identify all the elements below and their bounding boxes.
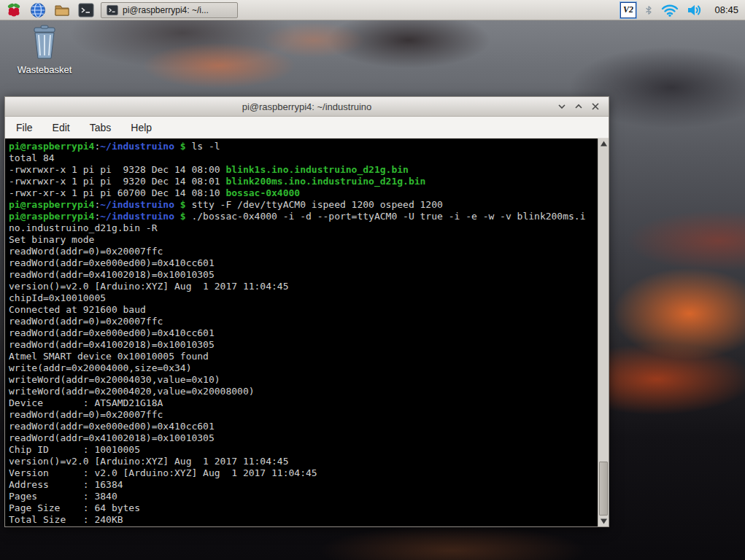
menu-file[interactable]: File: [16, 122, 33, 133]
titlebar[interactable]: pi@raspberrypi4: ~/industruino: [5, 97, 609, 117]
arrow-up-icon: [601, 141, 607, 147]
terminal-line: Set binary mode: [9, 234, 596, 246]
wastebasket-label: Wastebasket: [12, 64, 77, 75]
terminal-line: total 84: [9, 152, 596, 164]
terminal-line: write(addr=0x20004000,size=0x34): [9, 362, 596, 374]
vnc-tray-icon[interactable]: V2: [620, 2, 636, 18]
menu-help[interactable]: Help: [131, 122, 152, 133]
terminal-line: readWord(addr=0)=0x20007ffc: [9, 316, 596, 327]
system-tray: V2 08:45: [620, 2, 741, 18]
terminal-line: -rwxrwxr-x 1 pi pi 9320 Dec 14 08:01 bli…: [9, 176, 596, 187]
terminal-line: Total Size : 240KB: [9, 514, 596, 526]
scroll-up-button[interactable]: [598, 139, 609, 149]
maximize-button[interactable]: [572, 100, 585, 113]
terminal-output[interactable]: pi@raspberrypi4:~/industruino $ ls -ltot…: [5, 139, 598, 526]
bluetooth-icon[interactable]: [644, 4, 653, 17]
terminal-line: version()=v2.0 [Arduino:XYZ] Aug 1 2017 …: [9, 281, 596, 292]
terminal-line: pi@raspberrypi4:~/industruino $ ls -l: [9, 141, 596, 152]
raspberry-icon: [6, 2, 22, 18]
terminal-line: -rwxr-xr-x 1 pi pi 60700 Dec 14 08:10 bo…: [9, 187, 596, 199]
taskbar: pi@raspberrypi4: ~/i... V2 08:45: [0, 0, 745, 20]
terminal-line: Address : 16384: [9, 479, 596, 491]
scroll-down-button[interactable]: [598, 516, 609, 526]
vnc-label: V2: [623, 4, 633, 15]
terminal-window: pi@raspberrypi4: ~/industruino: [4, 96, 609, 527]
terminal-line: writeWord(addr=0x20004020,value=0x200080…: [9, 386, 596, 397]
terminal-line: readWord(addr=0)=0x20007ffc: [9, 409, 596, 421]
terminal-line: readWord(addr=0xe000ed00)=0x410cc601: [9, 257, 596, 269]
wifi-icon[interactable]: [661, 4, 679, 17]
menu-edit[interactable]: Edit: [53, 122, 70, 133]
applications-menu-button[interactable]: [4, 1, 23, 19]
window-title: pi@raspberrypi4: ~/industruino: [5, 101, 609, 112]
terminal-line: readWord(addr=0xe000ed00)=0x410cc601: [9, 327, 596, 339]
web-browser-launcher[interactable]: [28, 1, 47, 19]
desktop: Wastebasket: [0, 0, 745, 560]
terminal-line: Atmel SMART device 0x10010005 found: [9, 351, 596, 362]
terminal-line: chipId=0x10010005: [9, 292, 596, 304]
terminal-line: writeWord(addr=0x20004030,value=0x10): [9, 374, 596, 386]
task-button-terminal[interactable]: pi@raspberrypi4: ~/i...: [101, 2, 238, 18]
scrollbar-thumb[interactable]: [599, 462, 608, 516]
task-button-label: pi@raspberrypi4: ~/i...: [123, 5, 209, 15]
folder-icon: [54, 2, 70, 18]
terminal-line: readWord(addr=0xe000ed00)=0x410cc601: [9, 421, 596, 432]
terminal-line: no.industruino_d21g.bin -R: [9, 222, 596, 234]
terminal-line: pi@raspberrypi4:~/industruino $ ./bossac…: [9, 211, 596, 222]
terminal-line: Chip ID : 10010005: [9, 444, 596, 456]
volume-icon[interactable]: [687, 4, 703, 17]
terminal-icon: [107, 4, 118, 16]
scrollbar[interactable]: [598, 139, 609, 526]
terminal-line: -rwxrwxr-x 1 pi pi 9328 Dec 14 08:00 bli…: [9, 164, 596, 176]
terminal-line: Version : v2.0 [Arduino:XYZ] Aug 1 2017 …: [9, 467, 596, 479]
terminal-line: Device : ATSAMD21G18A: [9, 397, 596, 409]
menubar: File Edit Tabs Help: [5, 117, 609, 139]
terminal-line: readWord(addr=0x41002018)=0x10010305: [9, 269, 596, 281]
terminal-line: Connected at 921600 baud: [9, 304, 596, 316]
terminal-launcher[interactable]: [77, 1, 96, 19]
terminal-line: version()=v2.0 [Arduino:XYZ] Aug 1 2017 …: [9, 456, 596, 467]
terminal-line: pi@raspberrypi4:~/industruino $ stty -F …: [9, 199, 596, 211]
terminal-line: readWord(addr=0)=0x20007ffc: [9, 246, 596, 257]
terminal-line: Pages : 3840: [9, 491, 596, 502]
minimize-button[interactable]: [555, 100, 568, 113]
close-button[interactable]: [589, 100, 602, 113]
chevron-up-icon: [574, 102, 583, 111]
clock[interactable]: 08:45: [711, 4, 738, 15]
wastebasket-icon[interactable]: Wastebasket: [12, 25, 77, 75]
file-manager-launcher[interactable]: [53, 1, 72, 19]
terminal-icon: [78, 2, 94, 18]
trash-can-icon: [28, 25, 61, 60]
window-controls: [555, 100, 609, 113]
terminal-area: pi@raspberrypi4:~/industruino $ ls -ltot…: [5, 139, 609, 526]
close-icon: [591, 102, 600, 111]
menu-tabs[interactable]: Tabs: [90, 122, 112, 133]
terminal-line: readWord(addr=0x41002018)=0x10010305: [9, 432, 596, 444]
chevron-down-icon: [557, 102, 566, 111]
arrow-down-icon: [601, 518, 607, 524]
globe-icon: [30, 2, 46, 18]
terminal-line: readWord(addr=0x41002018)=0x10010305: [9, 339, 596, 351]
terminal-line: Page Size : 64 bytes: [9, 502, 596, 514]
